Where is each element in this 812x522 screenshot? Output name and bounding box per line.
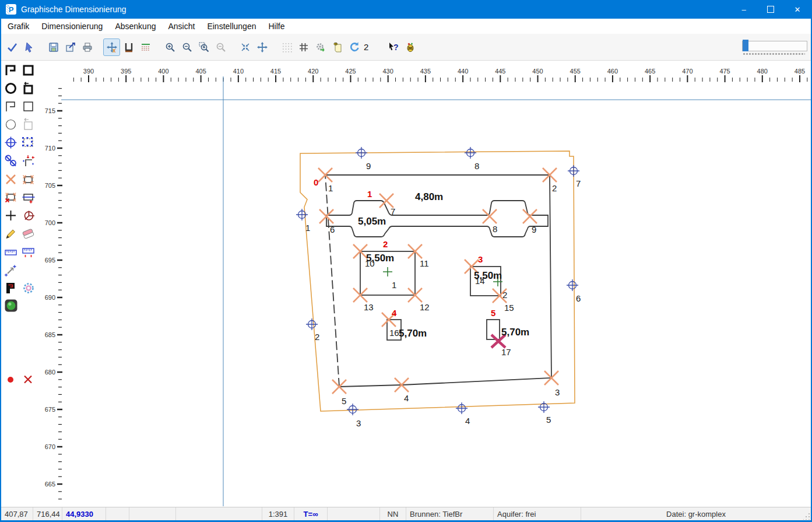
minimize-button[interactable]: –: [730, 0, 757, 19]
print-button[interactable]: [79, 38, 96, 56]
palette-rect-split-button[interactable]: [21, 190, 36, 205]
point-number: 7: [576, 178, 581, 188]
palette-rect-rotate-bold-button[interactable]: [21, 81, 36, 96]
palette-pencil-button[interactable]: [3, 226, 19, 241]
palette-selection-bounds-button[interactable]: [21, 135, 36, 150]
h-ruler-label: 425: [345, 68, 356, 75]
pan-coords-button[interactable]: x: [103, 38, 120, 56]
grid-lines-icon: [298, 41, 310, 53]
boundary-node-6[interactable]: [567, 279, 578, 291]
boundary-node-9[interactable]: [356, 147, 367, 159]
point-number: 16: [389, 328, 399, 338]
palette-polyline-filled-button[interactable]: [3, 281, 19, 296]
palette-rect-delete-button[interactable]: [3, 190, 19, 205]
confirm-button[interactable]: [3, 38, 20, 56]
palette-rotate-dial-button[interactable]: [21, 208, 36, 223]
palette-ruler-marks-button[interactable]: [21, 245, 36, 260]
dimension-label: 5,05m: [358, 216, 386, 227]
point-number: 6: [330, 225, 335, 234]
palette-start-run-button[interactable]: [3, 298, 19, 313]
palette-polyline-bold-button[interactable]: [3, 63, 19, 78]
status-bar: 407,87716,4444,93301:391T=∞NNBrunnen: Ti…: [1, 507, 811, 520]
menu-item-ansicht[interactable]: Ansicht: [162, 20, 201, 33]
well-field-polygon[interactable]: [325, 175, 551, 387]
status-cell-11: Brunnen: TiefBr: [406, 507, 494, 520]
rect-x-corners-icon: [22, 173, 36, 187]
boundary-node-8[interactable]: [465, 147, 476, 159]
layers-button[interactable]: [137, 38, 154, 56]
point-number: 15: [504, 303, 514, 313]
palette-snap-target-button[interactable]: [3, 135, 19, 150]
zoom-previous-button[interactable]: [212, 38, 229, 56]
palette-rect-bold-button[interactable]: [21, 63, 36, 78]
site-boundary[interactable]: [300, 151, 575, 411]
profile-button[interactable]: [120, 38, 137, 56]
palette-polyline-thin-button[interactable]: [3, 99, 19, 114]
horizontal-ruler: 3903954004054104154204254304354404454504…: [73, 68, 807, 82]
maximize-button[interactable]: [757, 0, 784, 19]
palette-ruler-button[interactable]: [3, 245, 19, 260]
v-ruler-label: 685: [45, 331, 55, 338]
zoom-slider-groove[interactable]: [742, 41, 807, 51]
menu-item-absenkung[interactable]: Absenkung: [109, 20, 161, 33]
palette-rect-rotate-disabled-button[interactable]: [21, 117, 36, 132]
recalc-button[interactable]: [312, 38, 329, 56]
palette-rect-thin-button[interactable]: [21, 99, 36, 114]
zoom-in-button[interactable]: [161, 38, 178, 56]
zoom-window-button[interactable]: [195, 38, 212, 56]
palette-circle-thin-button[interactable]: [3, 117, 19, 132]
point-number: 6: [576, 293, 581, 303]
pan-button[interactable]: [254, 38, 270, 56]
boundary-node-1[interactable]: [296, 209, 308, 220]
palette-eraser-button[interactable]: [21, 226, 36, 241]
grid-lines-button[interactable]: [295, 38, 312, 56]
palette-rect-x-corners-button[interactable]: [21, 172, 36, 187]
palette-align-node-button[interactable]: [21, 153, 36, 169]
debug-button[interactable]: [402, 38, 419, 56]
boundary-node-2[interactable]: [306, 318, 318, 330]
zoom-slider-thumb[interactable]: [743, 40, 748, 51]
zoom-fit-button[interactable]: [237, 38, 254, 56]
h-ruler-label: 485: [795, 68, 805, 75]
boundary-node-7[interactable]: [568, 165, 579, 177]
palette-gear-ring-button[interactable]: [21, 281, 36, 296]
status-cell-5: [129, 507, 176, 520]
menu-item-grafik[interactable]: Grafik: [2, 20, 35, 33]
point-number: 1: [392, 280, 396, 290]
export-button[interactable]: [62, 38, 79, 56]
palette-delete-x-button[interactable]: [3, 172, 19, 187]
help-cursor-button[interactable]: ?: [385, 38, 402, 56]
export-icon: [65, 41, 76, 53]
rect-thin-icon: [22, 100, 36, 114]
palette-cross-button[interactable]: [3, 208, 19, 223]
palette-circle-bold-button[interactable]: [3, 81, 19, 96]
close-button[interactable]: ✕: [784, 0, 811, 19]
palette-point-dot-button[interactable]: [3, 372, 19, 387]
resize-grip[interactable]: [803, 513, 810, 520]
menu-item-hilfe[interactable]: Hilfe: [262, 20, 290, 33]
grid-dots-button[interactable]: [278, 38, 295, 56]
point-number: 17: [501, 347, 511, 357]
save-button[interactable]: [45, 38, 62, 56]
drawing-canvas[interactable]: 3903954004054104154204254304354404454504…: [1, 61, 812, 507]
boundary-node-3[interactable]: [347, 404, 358, 415]
well-field-polygon-dashed-edge[interactable]: [325, 175, 339, 387]
palette-measure-arrow-button[interactable]: [3, 262, 19, 278]
dimension-label: 5,50m: [474, 270, 502, 281]
palette-no-snap-button[interactable]: [3, 153, 19, 169]
v-ruler-label: 700: [45, 219, 55, 226]
boundary-node-4[interactable]: [456, 402, 467, 414]
menu-item-einstellungen[interactable]: Einstellungen: [201, 20, 262, 33]
zoom-out-button[interactable]: [178, 38, 195, 56]
well-x-marker-9[interactable]: [523, 209, 537, 223]
palette-point-x-button[interactable]: [21, 372, 36, 387]
menu-item-dimensionierung[interactable]: Dimensionierung: [36, 20, 108, 33]
h-ruler-label: 420: [308, 68, 318, 75]
save-icon: [48, 41, 59, 53]
boundary-node-5[interactable]: [538, 401, 550, 413]
notes-button[interactable]: [329, 38, 346, 56]
zoom-slider[interactable]: [742, 40, 807, 55]
undo-button[interactable]: [346, 38, 363, 56]
select-cursor-button[interactable]: [20, 38, 37, 56]
point-number: 11: [420, 258, 429, 268]
